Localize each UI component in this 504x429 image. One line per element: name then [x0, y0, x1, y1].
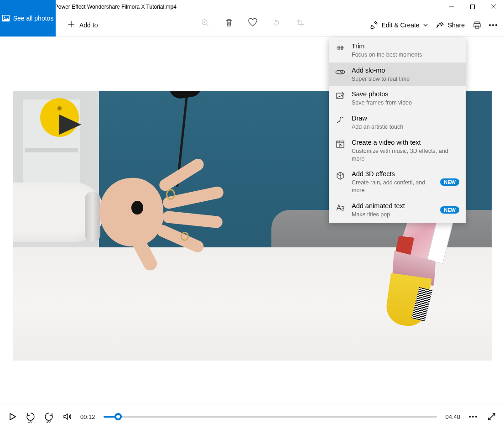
volume-button[interactable]	[62, 412, 72, 422]
animated-text-icon	[335, 203, 345, 213]
menu-item-save-photos[interactable]: Save photos Save frames from video	[329, 86, 466, 110]
menu-item-draw[interactable]: Draw Add an artistic touch	[329, 110, 466, 135]
menu-item-sub: Create rain, add confetti, and more	[352, 179, 434, 194]
see-all-photos-button[interactable]: See all photos	[0, 0, 56, 37]
share-icon	[436, 21, 444, 29]
plus-icon	[68, 21, 75, 29]
skip-back-label: 10	[28, 419, 32, 424]
menu-item-title: Add animated text	[352, 202, 434, 210]
menu-item-sub: Customize with music, 3D effects, and mo…	[352, 147, 459, 163]
delete-button[interactable]	[224, 18, 234, 27]
slomo-icon	[335, 67, 345, 77]
menu-item-sub: Save frames from video	[352, 99, 459, 107]
maximize-button[interactable]	[462, 0, 483, 14]
menu-item-title: Trim	[352, 42, 459, 51]
add-to-label: Add to	[79, 21, 98, 29]
skip-forward-label: 30	[46, 419, 51, 424]
svg-rect-15	[474, 24, 480, 27]
svg-point-5	[4, 16, 5, 18]
player-more-button[interactable]: •••	[468, 412, 478, 422]
titlebar: Photos - Telekinesis Power Effect Wonder…	[0, 0, 504, 14]
menu-item-title: Save photos	[352, 90, 459, 99]
toolbar-right: Edit & Create Share •••	[369, 21, 504, 29]
crop-button[interactable]	[296, 18, 305, 27]
draw-icon	[335, 115, 345, 125]
toolbar-center	[201, 18, 305, 27]
svg-line-9	[207, 24, 208, 26]
share-label: Share	[448, 21, 465, 29]
svg-rect-14	[475, 22, 479, 24]
svg-rect-1	[471, 5, 475, 9]
time-current: 00:12	[80, 413, 95, 420]
menu-item-sub: Add an artistic touch	[352, 123, 459, 131]
menu-item-title: Create a video with text	[352, 138, 459, 147]
3d-effects-icon	[335, 171, 345, 181]
edit-create-button[interactable]: Edit & Create	[369, 21, 427, 29]
trim-icon	[335, 43, 345, 53]
skip-back-button[interactable]: 10	[26, 412, 36, 422]
play-button[interactable]	[7, 412, 17, 422]
video-text-icon	[335, 139, 345, 149]
edit-create-label: Edit & Create	[381, 21, 419, 29]
new-badge: NEW	[440, 206, 459, 214]
favorite-button[interactable]	[248, 18, 257, 27]
toolbar: See all photos Add to	[0, 14, 504, 37]
menu-item-title: Add slo-mo	[352, 66, 459, 75]
menu-item-sub: Super slow to real time	[352, 75, 459, 83]
menu-item-animated-text[interactable]: Add animated text Make titles pop NEW	[329, 198, 466, 222]
share-button[interactable]: Share	[436, 21, 465, 29]
svg-rect-25	[338, 141, 338, 142]
new-badge: NEW	[440, 178, 459, 186]
edit-create-icon	[369, 21, 378, 29]
more-button[interactable]: •••	[489, 21, 498, 29]
menu-item-title: Add 3D effects	[352, 170, 434, 178]
chevron-down-icon	[423, 21, 428, 29]
see-all-photos-label: See all photos	[13, 15, 54, 22]
edit-create-menu: Trim Focus on the best moments Add slo-m…	[329, 38, 466, 223]
minimize-button[interactable]	[441, 0, 462, 14]
fullscreen-button[interactable]	[487, 412, 497, 422]
window-controls	[441, 0, 504, 14]
menu-item-title: Draw	[352, 114, 459, 123]
menu-item-sub: Focus on the best moments	[352, 51, 459, 59]
svg-point-21	[340, 71, 343, 72]
player-bar: 10 30 00:12 04:40 •••	[0, 404, 504, 429]
seek-bar[interactable]	[104, 416, 437, 418]
svg-rect-26	[339, 141, 340, 142]
time-duration: 04:40	[445, 413, 460, 420]
save-photos-icon	[335, 91, 345, 101]
menu-item-3d-effects[interactable]: Add 3D effects Create rain, add confetti…	[329, 166, 466, 198]
seek-thumb[interactable]	[114, 413, 122, 420]
menu-item-trim[interactable]: Trim Focus on the best moments	[329, 38, 466, 63]
menu-item-sub: Make titles pop	[352, 211, 434, 219]
rotate-button[interactable]	[272, 18, 281, 27]
photo-icon	[2, 15, 10, 22]
close-button[interactable]	[483, 0, 504, 14]
add-to-button[interactable]: Add to	[61, 14, 104, 37]
skip-forward-button[interactable]: 30	[44, 412, 54, 422]
zoom-in-button[interactable]	[201, 18, 210, 27]
menu-item-slomo[interactable]: Add slo-mo Super slow to real time	[329, 63, 466, 87]
print-button[interactable]	[473, 21, 481, 29]
menu-item-video-text[interactable]: Create a video with text Customize with …	[329, 135, 466, 167]
